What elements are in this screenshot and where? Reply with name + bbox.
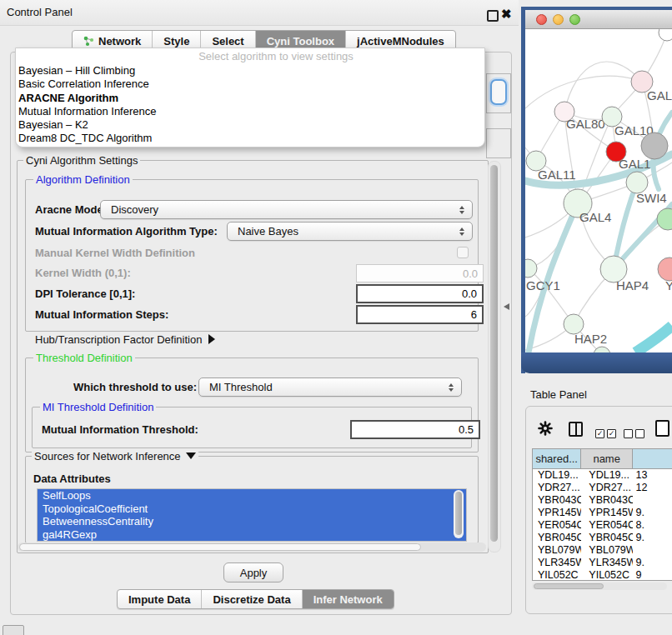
settings-hscrollbar-thumb[interactable] — [19, 543, 421, 551]
network-node[interactable] — [641, 132, 668, 159]
network-node[interactable] — [659, 29, 672, 41]
table-cell[interactable]: YBL079W — [581, 544, 633, 557]
data-attribute-item[interactable]: TopologicalCoefficient — [38, 502, 466, 516]
table-row[interactable]: YDR27...YDR27...12 — [533, 482, 672, 494]
algorithm-option[interactable]: Dream8 DC_TDC Algorithm — [18, 132, 469, 145]
table-cell[interactable]: 9. — [633, 557, 672, 569]
table-cell[interactable]: YPR145W — [581, 507, 633, 519]
network-node[interactable] — [657, 208, 672, 230]
network-node-label: GAL4 — [579, 210, 611, 224]
table-cell[interactable]: 12 — [633, 482, 672, 494]
bottom-left-mini-button[interactable] — [3, 625, 24, 635]
select-all-checkboxes-icon[interactable]: ✓✓ — [595, 424, 619, 439]
table-cell[interactable]: YDR27... — [533, 482, 581, 494]
table-row[interactable]: YER054CYER054C8. — [533, 519, 672, 532]
column-header-name[interactable]: name — [581, 449, 633, 468]
table-cell[interactable]: YLR345W — [581, 557, 633, 569]
table-row[interactable]: YDL19...YDL19...13 — [533, 469, 672, 482]
table-row[interactable]: YLR345WYLR345W9. — [533, 557, 672, 569]
table-cell[interactable]: YBR043C — [581, 494, 633, 507]
minimize-window-icon[interactable] — [553, 14, 564, 25]
columns-icon[interactable] — [569, 422, 583, 437]
settings-hscrollbar-track[interactable] — [18, 542, 486, 552]
data-attributes-list[interactable]: SelfLoopsTopologicalCoefficientBetweenne… — [37, 488, 467, 542]
table-row[interactable]: YBR043CYBR043C — [533, 494, 672, 507]
kernel-width-field[interactable]: 0.0 — [356, 264, 484, 282]
deselect-all-checkboxes-icon[interactable] — [624, 424, 647, 439]
aracne-mode-select[interactable]: Discovery — [100, 200, 473, 219]
table-cell[interactable]: YER054C — [581, 519, 633, 532]
table-cell[interactable] — [633, 494, 672, 507]
table-cell[interactable]: 9. — [633, 507, 672, 519]
table-row[interactable]: YIL052CYIL052C9 — [533, 569, 672, 581]
table-cell[interactable]: 9 — [633, 569, 672, 581]
table-cell[interactable]: YBL079W — [533, 544, 581, 557]
data-attribute-item[interactable]: BetweennessCentrality — [38, 515, 466, 528]
network-node-label: HAP4 — [616, 278, 649, 292]
table-cell[interactable]: YIL052C — [533, 569, 581, 581]
algorithm-option[interactable]: Mutual Information Inference — [18, 105, 469, 118]
control-panel-header[interactable] — [0, 0, 519, 26]
gear-icon[interactable] — [538, 421, 553, 436]
table-cell[interactable]: 9. — [633, 532, 672, 544]
column-header-third[interactable] — [633, 449, 672, 468]
algorithm-option[interactable]: Bayesian – Hill Climbing — [18, 64, 469, 78]
float-panel-icon[interactable] — [487, 10, 499, 22]
focused-help-button[interactable] — [490, 79, 507, 105]
dpi-tolerance-field[interactable]: 0.0 — [356, 284, 484, 303]
mi-type-select[interactable]: Naive Bayes — [227, 222, 473, 241]
network-node[interactable] — [658, 258, 672, 281]
column-header-shared-name[interactable]: shared... — [533, 449, 581, 468]
table-row[interactable]: YBR045CYBR045C9. — [533, 532, 672, 544]
sources-legend[interactable]: Sources for Network Inference — [32, 450, 198, 462]
manual-kernel-checkbox[interactable] — [457, 247, 469, 258]
tab-infer-network[interactable]: Infer Network — [303, 590, 394, 608]
cyni-settings-legend: Cyni Algorithm Settings — [23, 154, 140, 167]
network-window-titlebar[interactable] — [525, 10, 672, 29]
attributes-scrollbar-thumb[interactable] — [455, 492, 462, 535]
which-threshold-label: Which threshold to use: — [73, 378, 197, 397]
table-cell[interactable]: YBR045C — [533, 532, 581, 544]
mouse-cursor — [504, 303, 509, 310]
mi-threshold-field[interactable]: 0.5 — [350, 420, 480, 439]
close-panel-icon[interactable]: ✖ — [501, 7, 512, 22]
close-window-icon[interactable] — [536, 14, 547, 25]
mi-steps-field[interactable]: 6 — [356, 305, 484, 324]
network-view[interactable]: GALGAL80GAL10GAL1GAL11SWI4GAL4GCY1HAP4YH… — [525, 29, 672, 352]
table-cell[interactable]: YPR145W — [533, 507, 581, 519]
algorithm-option[interactable]: Bayesian – K2 — [18, 118, 469, 132]
table-cell[interactable]: YDL19... — [581, 469, 633, 482]
table-hscrollbar-track[interactable] — [532, 582, 667, 590]
dpi-tolerance-label: DPI Tolerance [0,1]: — [35, 288, 135, 300]
hub-definition-expander[interactable]: Hub/Transcription Factor Definition — [35, 333, 215, 346]
tab-discretize-data[interactable]: Discretize Data — [202, 590, 302, 608]
algorithm-option[interactable]: Basic Correlation Inference — [18, 78, 469, 91]
table-cell[interactable]: YLR345W — [533, 557, 581, 569]
table-hscrollbar-thumb[interactable] — [534, 583, 604, 589]
node-table: shared... name YDL19...YDL19...13YDR27..… — [532, 448, 672, 581]
algorithm-option[interactable]: ARACNE Algorithm — [18, 92, 469, 105]
table-cell[interactable]: YBR043C — [533, 494, 581, 507]
settings-scrollbar-track[interactable] — [488, 161, 501, 552]
attributes-scrollbar-track[interactable] — [454, 490, 464, 538]
table-row[interactable]: YPR145WYPR145W9. — [533, 507, 672, 519]
zoom-window-icon[interactable] — [569, 14, 580, 25]
table-cell[interactable]: 13 — [633, 469, 672, 482]
table-cell[interactable]: YER054C — [533, 519, 581, 532]
file-icon[interactable] — [655, 420, 669, 437]
data-attribute-item[interactable]: SelfLoops — [38, 489, 466, 502]
apply-button[interactable]: Apply — [223, 562, 283, 582]
table-cell[interactable]: YBR045C — [581, 532, 633, 544]
settings-scrollbar-thumb[interactable] — [490, 165, 498, 542]
table-cell[interactable]: YDR27... — [581, 482, 633, 494]
table-cell[interactable]: 8. — [633, 519, 672, 532]
tab-impute-data[interactable]: Impute Data — [118, 590, 202, 608]
table-cell[interactable]: YDL19... — [533, 469, 581, 482]
table-row[interactable]: YBL079WYBL079W — [533, 544, 672, 557]
which-threshold-select[interactable]: MI Threshold — [198, 378, 462, 397]
data-attribute-item[interactable]: gal4RGexp — [38, 528, 466, 542]
table-cell[interactable] — [633, 544, 672, 557]
network-node[interactable] — [594, 347, 610, 352]
network-node-label: GAL1 — [619, 157, 650, 171]
table-cell[interactable]: YIL052C — [581, 569, 633, 581]
